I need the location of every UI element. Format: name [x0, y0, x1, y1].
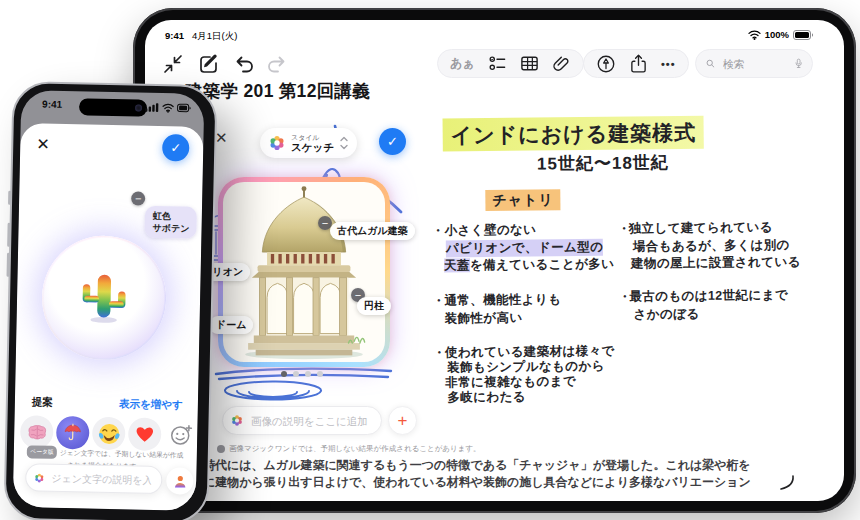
iphone-device: 9:41 ✕ ✓ [3, 81, 217, 520]
add-genmoji-icon[interactable] [164, 418, 198, 452]
person-icon [173, 474, 187, 488]
image-playground-icon [269, 135, 285, 151]
genmoji-description-input[interactable] [49, 471, 153, 486]
minus-icon[interactable]: − [131, 191, 145, 205]
paragraph-line: に建物から張り出す日よけで、使われている材料や装飾の施し具合などにより多様なバリ… [203, 474, 751, 491]
page-dot[interactable] [317, 371, 323, 377]
beta-badge: ベータ版 [27, 445, 57, 459]
genmoji-sheet: ✕ ✓ [13, 123, 204, 511]
genmoji-tag[interactable]: 虹色 サボテン [144, 206, 197, 239]
beta-line: ジェン文字では、予期しない結果が作成 [60, 449, 184, 459]
accept-image-button[interactable]: ✓ [379, 128, 406, 155]
ipad-screen: 9:41 4月1日(火) 100% [145, 20, 844, 501]
style-picker[interactable]: スタイル スケッチ [260, 128, 357, 158]
image-description-field[interactable] [222, 406, 382, 435]
paragraph-line: 時代には、ムガル建築に関連するもう一つの特徴である「チャッジャ」が登場した。これ… [203, 457, 751, 474]
accept-genmoji-button[interactable]: ✓ [162, 134, 190, 162]
beta-note-text: 画像マジックワンドでは、予期しない結果が作成されることがあります。 [229, 444, 481, 454]
volume-down-button [7, 253, 11, 277]
person-button[interactable] [166, 467, 194, 495]
tag-dome[interactable]: ドーム [209, 316, 253, 334]
close-icon[interactable]: ✕ [36, 134, 50, 153]
tag-column[interactable]: 円柱 [357, 297, 391, 315]
note-paragraph: 時代には、ムガル建築に関連するもう一つの特徴である「チャッジャ」が登場した。これ… [203, 457, 751, 491]
volume-up-button [7, 223, 11, 247]
add-element-button[interactable]: + [388, 406, 417, 435]
genmoji-description-field[interactable] [25, 463, 163, 494]
page-dot[interactable] [293, 371, 299, 377]
dynamic-island [79, 98, 147, 116]
iphone-status-icons [145, 102, 191, 114]
iphone-screen: 9:41 ✕ ✓ [13, 90, 205, 511]
image-playground-icon [231, 413, 243, 428]
brain-genmoji[interactable] [20, 415, 54, 449]
page-dot[interactable] [305, 371, 311, 377]
image-playground-icon [34, 470, 44, 485]
image-description-input[interactable] [249, 414, 373, 428]
page-dots[interactable] [281, 371, 323, 377]
rainbow-cactus-genmoji [75, 265, 132, 328]
laughing-emoji[interactable] [92, 417, 126, 451]
ipad-device: 9:41 4月1日(火) 100% [133, 8, 856, 513]
show-more-link[interactable]: 表示を増やす [119, 397, 183, 412]
tag-line: 虹色 [153, 210, 197, 223]
heart-emoji[interactable] [128, 417, 162, 451]
wand-beta-note: 画像マジックワンドでは、予期しない結果が作成されることがあります。 [217, 444, 481, 454]
action-button [8, 191, 11, 205]
beta-badge-icon [217, 445, 225, 453]
suggestions-label: 提案 [32, 395, 53, 409]
style-value: スケッチ [291, 142, 334, 153]
tag-mughal[interactable]: 古代ムガル建築 [330, 222, 415, 240]
tag-line: サボテン [152, 222, 196, 235]
page-dot-active[interactable] [281, 371, 287, 377]
genmoji-bubble [41, 235, 168, 362]
marketing-screenshot: 9:41 4月1日(火) 100% [0, 0, 860, 520]
umbrella-genmoji[interactable] [56, 416, 90, 450]
close-icon[interactable]: ✕ [215, 129, 228, 147]
chevron-up-down-icon [340, 136, 348, 150]
iphone-clock: 9:41 [42, 99, 62, 110]
camera-lens [135, 104, 142, 111]
